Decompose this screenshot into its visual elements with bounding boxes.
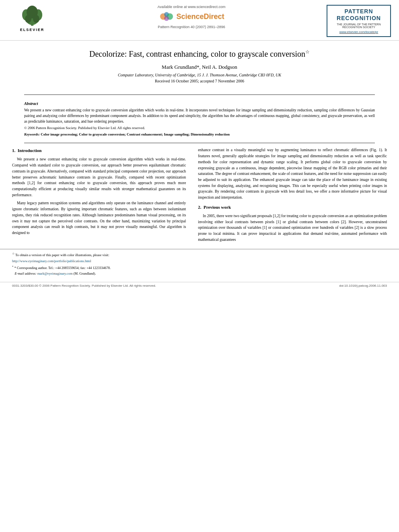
elsevier-logo-section: ELSEVIER bbox=[8, 5, 56, 32]
sciencedirect-icon bbox=[158, 10, 175, 23]
available-online-text: Available online at www.sciencedirect.co… bbox=[158, 5, 226, 9]
main-content: 1. Introduction We present a new contras… bbox=[0, 147, 399, 245]
keywords-line: Keywords: Color image processing; Color … bbox=[24, 132, 375, 136]
section1-right-para1: enhance contrast in a visually meaningfu… bbox=[198, 147, 387, 200]
section1-title: 1. Introduction bbox=[12, 147, 186, 154]
star-note-text: To obtain a version of this paper with c… bbox=[15, 253, 109, 257]
header-center: Available online at www.sciencedirect.co… bbox=[56, 5, 327, 29]
article-title: Decolorize: Fast, contrast enhancing, co… bbox=[24, 49, 375, 59]
sciencedirect-logo: ScienceDirect bbox=[158, 10, 224, 23]
elsevier-logo: ELSEVIER bbox=[8, 5, 56, 32]
pr-url-link[interactable]: www.elsevier.com/locate/pr bbox=[339, 30, 378, 34]
email-label: E-mail address: bbox=[12, 271, 37, 275]
sd-direct: Direct bbox=[204, 12, 224, 21]
pr-subtitle: THE JOURNAL OF THE PATTERN RECOGNITION S… bbox=[331, 23, 387, 29]
section1-number: 1. bbox=[12, 148, 15, 153]
left-column: 1. Introduction We present a new contras… bbox=[12, 147, 192, 245]
email-name: (M. Grundland). bbox=[74, 271, 96, 275]
section1-heading: Introduction bbox=[18, 148, 42, 153]
pr-url[interactable]: www.elsevier.com/locate/pr bbox=[331, 30, 387, 34]
affiliation: Computer Laboratory, University of Cambr… bbox=[24, 73, 375, 77]
section2-para1: In 2005, there were two significant prop… bbox=[198, 213, 387, 243]
sciencedirect-text: ScienceDirect bbox=[176, 12, 224, 21]
sd-science: Science bbox=[176, 12, 204, 21]
url-note[interactable]: http://www.eyeimaginary.com/portfolio/pu… bbox=[12, 259, 387, 264]
svg-point-5 bbox=[25, 15, 31, 23]
section1-para2: Many legacy pattern recognition systems … bbox=[12, 200, 186, 236]
svg-point-10 bbox=[164, 16, 169, 21]
received-dates: Received 16 October 2005; accepted 7 Nov… bbox=[24, 79, 375, 83]
section1-para1: We present a new contrast enhancing colo… bbox=[12, 156, 186, 198]
title-star: ☆ bbox=[305, 49, 310, 55]
keywords-label: Keywords: bbox=[24, 132, 40, 136]
authors: Mark Grundland*, Neil A. Dodgson bbox=[24, 64, 375, 70]
article-header: Decolorize: Fast, contrast enhancing, co… bbox=[0, 41, 399, 91]
section2-heading: Previous work bbox=[204, 205, 231, 210]
copyright: © 2006 Pattern Recognition Society. Publ… bbox=[24, 126, 375, 130]
keywords-text: Color image processing; Color to graysca… bbox=[41, 132, 230, 136]
page: ELSEVIER Available online at www.science… bbox=[0, 0, 399, 532]
page-footer: 0031-3203/$30.00 © 2006 Pattern Recognit… bbox=[0, 282, 399, 289]
copyright-footer: 0031-3203/$30.00 © 2006 Pattern Recognit… bbox=[12, 284, 156, 288]
content-divider bbox=[24, 143, 375, 143]
journal-info: Pattern Recognition 40 (2007) 2891–2896 bbox=[158, 25, 225, 29]
abstract-section: Abstract We present a new contrast enhan… bbox=[0, 98, 399, 140]
title-text: Decolorize: Fast, contrast enhancing, co… bbox=[89, 49, 305, 58]
email-link[interactable]: mark@eyeimaginary.com bbox=[37, 271, 73, 275]
email-note: E-mail address: mark@eyeimaginary.com (M… bbox=[12, 271, 387, 276]
header: ELSEVIER Available online at www.science… bbox=[0, 0, 399, 41]
star-sup: ☆ bbox=[12, 252, 14, 255]
section2-number: 2. bbox=[198, 205, 201, 210]
header-divider bbox=[24, 94, 375, 95]
author-star-sup: * bbox=[12, 265, 14, 268]
footer-notes: ☆ To obtain a version of this paper with… bbox=[0, 249, 399, 279]
elsevier-text: ELSEVIER bbox=[20, 28, 45, 32]
doi: doi:10.1016/j.patcog.2006.11.003 bbox=[339, 284, 387, 288]
corresponding-author-note: * * Corresponding author. Tel.: +44 2085… bbox=[12, 265, 387, 271]
portfolio-url[interactable]: http://www.eyeimaginary.com/portfolio/pu… bbox=[12, 259, 91, 263]
pattern-recognition-box: PATTERNRECOGNITION THE JOURNAL OF THE PA… bbox=[327, 5, 391, 37]
abstract-text: We present a new contrast enhancing colo… bbox=[24, 107, 375, 125]
pattern-recognition-title: PATTERNRECOGNITION bbox=[331, 8, 387, 22]
elsevier-tree-icon bbox=[20, 5, 44, 27]
svg-point-6 bbox=[33, 15, 39, 23]
corresponding-author-text: * Corresponding author. Tel.: +44 208555… bbox=[14, 266, 111, 270]
section2-title: 2. Previous work bbox=[198, 204, 387, 211]
star-note: ☆ To obtain a version of this paper with… bbox=[12, 252, 387, 258]
abstract-title: Abstract bbox=[24, 101, 375, 106]
right-column: enhance contrast in a visually meaningfu… bbox=[192, 147, 387, 245]
